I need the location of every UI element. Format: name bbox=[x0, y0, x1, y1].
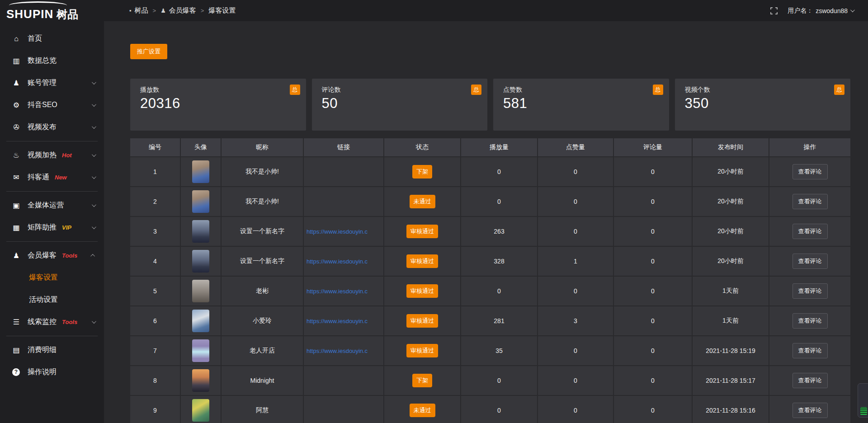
table-row: 2 我不是小帅! 未通过 0 0 0 20小时前 bbox=[130, 187, 850, 216]
menu-label: 全媒体运营 bbox=[28, 201, 64, 210]
sidebar-item-data-overview[interactable]: ▥ 数据总览 bbox=[0, 50, 104, 72]
menu-icon: ♨ bbox=[11, 151, 21, 160]
promotion-settings-button[interactable]: 推广设置 bbox=[130, 44, 167, 59]
status-badge[interactable]: 下架 bbox=[412, 165, 432, 179]
cell-status: 审核通过 bbox=[384, 217, 460, 246]
breadcrumb-item-baoke-settings[interactable]: 爆客设置 bbox=[208, 6, 236, 15]
cell-plays: 0 bbox=[461, 277, 537, 306]
sidebar-item-clue-monitoring[interactable]: ☰ 线索监控 Tools bbox=[0, 311, 104, 333]
cell-nickname: 设置一个新名字 bbox=[222, 247, 303, 276]
view-comments-button[interactable]: 查看评论 bbox=[793, 343, 828, 358]
menu-tag: VIP bbox=[62, 224, 71, 231]
sidebar-item-activity-settings[interactable]: 活动设置 bbox=[0, 289, 104, 311]
sidebar-item-video-publish[interactable]: ✇ 视频发布 bbox=[0, 116, 104, 138]
cell-link: https://www.iesdouyin.c bbox=[304, 336, 383, 365]
cell-publish-time: 20小时前 bbox=[693, 187, 769, 216]
cell-avatar bbox=[181, 157, 221, 186]
video-link[interactable]: https://www.iesdouyin.c bbox=[307, 228, 368, 235]
menu-label: 视频加热 bbox=[28, 150, 57, 160]
breadcrumb-item-member-baoke[interactable]: ♟ 会员爆客 bbox=[160, 6, 196, 15]
chevron-down-icon bbox=[92, 225, 96, 229]
stat-cards: 播放数 20316 总 评论数 50 总 点赞数 581 总 视频个数 bbox=[130, 79, 850, 131]
sidebar-item-account-management[interactable]: ♟ 账号管理 bbox=[0, 72, 104, 94]
breadcrumb-label: 树品 bbox=[135, 6, 148, 15]
cell-likes: 0 bbox=[538, 157, 613, 186]
floating-service-widget[interactable] bbox=[858, 383, 868, 418]
sidebar-item-video-heating[interactable]: ♨ 视频加热 Hot bbox=[0, 144, 104, 166]
chevron-down-icon bbox=[92, 124, 96, 129]
menu-icon: ☰ bbox=[11, 318, 21, 326]
status-badge[interactable]: 审核通过 bbox=[406, 284, 438, 298]
sidebar-item-omnimedia-operation[interactable]: ▣ 全媒体运营 bbox=[0, 194, 104, 216]
sidebar-divider bbox=[6, 191, 98, 192]
status-badge[interactable]: 未通过 bbox=[410, 404, 435, 417]
cell-plays: 35 bbox=[461, 336, 537, 365]
menu-label: 会员爆客 bbox=[28, 251, 57, 260]
cell-likes: 0 bbox=[538, 396, 613, 423]
menu-tag: Tools bbox=[62, 319, 77, 325]
view-comments-button[interactable]: 查看评论 bbox=[793, 283, 828, 299]
menu-label: 线索监控 bbox=[28, 317, 57, 327]
menu-icon: ? bbox=[12, 368, 20, 376]
total-badge: 总 bbox=[653, 85, 663, 95]
cell-plays: 0 bbox=[461, 366, 537, 395]
stat-card: 播放数 20316 总 bbox=[130, 79, 306, 131]
sidebar-item-home[interactable]: ⌂ 首页 bbox=[0, 28, 104, 50]
status-badge[interactable]: 未通过 bbox=[410, 195, 435, 208]
status-badge[interactable]: 审核通过 bbox=[406, 225, 438, 238]
menu-icon: ⌂ bbox=[11, 35, 21, 43]
menu-label: 视频发布 bbox=[28, 122, 57, 132]
sidebar-item-member-baoke[interactable]: ♟ 会员爆客 Tools bbox=[0, 244, 104, 267]
view-comments-button[interactable]: 查看评论 bbox=[793, 373, 828, 388]
view-comments-button[interactable]: 查看评论 bbox=[793, 254, 828, 269]
status-badge[interactable]: 审核通过 bbox=[406, 254, 438, 268]
stat-card-label: 播放数 bbox=[140, 86, 296, 94]
menu-icon: ✉ bbox=[11, 173, 21, 182]
sidebar-item-douyin-seo[interactable]: ⚙ 抖音SEO bbox=[0, 94, 104, 116]
table-header: 编号 头像 昵称 链接 状态 播放量 点赞量 评论量 发布时间 bbox=[130, 138, 850, 156]
menu-tag: New bbox=[55, 174, 67, 181]
avatar bbox=[192, 369, 209, 392]
menu-icon: ▥ bbox=[11, 56, 21, 65]
chevron-down-icon bbox=[92, 152, 96, 157]
chevron-down-icon bbox=[92, 80, 96, 85]
sidebar-divider bbox=[6, 241, 98, 242]
stat-card-value: 350 bbox=[685, 95, 841, 112]
video-link[interactable]: https://www.iesdouyin.c bbox=[307, 258, 368, 265]
cell-nickname: Midnight bbox=[222, 366, 303, 395]
table-row: 6 小爱玲 https://www.iesdouyin.c 审核通过 281 3… bbox=[130, 306, 850, 335]
menu-label: 消费明细 bbox=[28, 345, 57, 355]
breadcrumb-item-shupin[interactable]: ▪ 树品 bbox=[129, 6, 148, 15]
table-row: 4 设置一个新名字 https://www.iesdouyin.c 审核通过 3… bbox=[130, 247, 850, 276]
sidebar-item-operation-guide[interactable]: ? 操作说明 bbox=[0, 361, 104, 383]
video-link[interactable]: https://www.iesdouyin.c bbox=[307, 318, 368, 324]
stat-card: 点赞数 581 总 bbox=[493, 79, 669, 131]
cell-status: 下架 bbox=[384, 157, 460, 186]
menu-label: 活动设置 bbox=[29, 295, 58, 305]
sidebar-item-baoke-settings[interactable]: 爆客设置 bbox=[0, 267, 104, 289]
videos-table: 编号 头像 昵称 链接 状态 播放量 点赞量 评论量 发布时间 bbox=[130, 138, 850, 423]
view-comments-button[interactable]: 查看评论 bbox=[793, 194, 828, 209]
video-link[interactable]: https://www.iesdouyin.c bbox=[307, 288, 368, 295]
video-link[interactable]: https://www.iesdouyin.c bbox=[307, 348, 368, 354]
cell-plays: 281 bbox=[461, 306, 537, 335]
view-comments-button[interactable]: 查看评论 bbox=[793, 164, 828, 179]
sidebar-item-douketong[interactable]: ✉ 抖客通 New bbox=[0, 166, 104, 188]
fullscreen-icon[interactable] bbox=[770, 7, 778, 14]
cell-likes: 0 bbox=[538, 187, 613, 216]
status-badge[interactable]: 下架 bbox=[412, 374, 432, 387]
view-comments-button[interactable]: 查看评论 bbox=[793, 403, 828, 418]
table-row: 5 老彬 https://www.iesdouyin.c 审核通过 0 0 0 … bbox=[130, 277, 850, 306]
sidebar: ⌂ 首页 ▥ 数据总览 ♟ 账号管理 bbox=[0, 21, 104, 423]
topbar-right: 用户名：zswodun88 bbox=[770, 7, 868, 15]
sidebar-item-consumption-details[interactable]: ▤ 消费明细 bbox=[0, 339, 104, 361]
view-comments-button[interactable]: 查看评论 bbox=[793, 313, 828, 329]
status-badge[interactable]: 审核通过 bbox=[406, 314, 438, 328]
cell-likes: 0 bbox=[538, 366, 613, 395]
cell-plays: 263 bbox=[461, 217, 537, 246]
sidebar-item-matrix-boost[interactable]: ▦ 矩阵助推 VIP bbox=[0, 216, 104, 239]
user-menu[interactable]: 用户名：zswodun88 bbox=[788, 7, 854, 15]
status-badge[interactable]: 审核通过 bbox=[406, 344, 438, 357]
view-comments-button[interactable]: 查看评论 bbox=[793, 224, 828, 239]
cell-link bbox=[304, 366, 383, 395]
